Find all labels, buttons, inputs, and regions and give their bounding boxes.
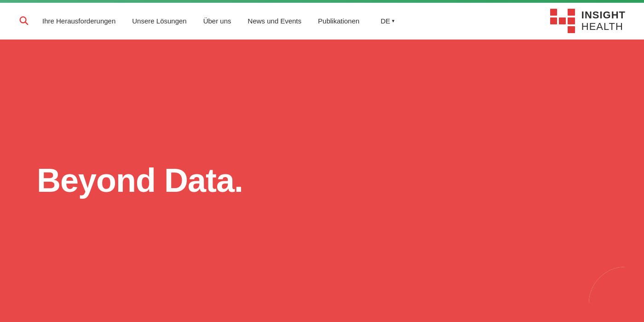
logo[interactable]: INSIGHT HEALTH [550, 9, 626, 34]
logo-cell [550, 17, 557, 24]
logo-cell-empty [559, 26, 566, 33]
search-icon[interactable] [18, 15, 29, 27]
hero-section: Beyond Data. [0, 40, 644, 322]
logo-cell [559, 17, 566, 24]
hero-corner-decoration [589, 267, 644, 322]
logo-text-health: HEALTH [581, 21, 626, 32]
logo-cell [550, 9, 557, 16]
nav-links: Ihre Herausforderungen Unsere Lösungen Ü… [42, 17, 550, 25]
navbar: Ihre Herausforderungen Unsere Lösungen Ü… [0, 3, 644, 40]
language-switcher[interactable]: DE ▾ [380, 17, 395, 25]
nav-link-ihre-herausforderungen[interactable]: Ihre Herausforderungen [42, 17, 115, 25]
logo-cell-empty [559, 9, 566, 16]
logo-cell [568, 9, 575, 16]
nav-link-ueber-uns[interactable]: Über uns [203, 17, 231, 25]
logo-text-insight: INSIGHT [581, 10, 626, 21]
logo-cell-empty [550, 26, 557, 33]
logo-cell [568, 26, 575, 33]
nav-link-news-und-events[interactable]: News und Events [248, 17, 302, 25]
nav-link-unsere-loesungen[interactable]: Unsere Lösungen [132, 17, 186, 25]
hero-background: Beyond Data. [0, 40, 644, 322]
chevron-down-icon: ▾ [392, 18, 395, 24]
logo-cell [568, 17, 575, 24]
svg-line-1 [25, 22, 28, 24]
nav-link-publikationen[interactable]: Publikationen [318, 17, 359, 25]
hero-title: Beyond Data. [37, 162, 243, 199]
logo-icon [550, 9, 575, 34]
logo-text: INSIGHT HEALTH [581, 10, 626, 32]
language-current: DE [380, 17, 390, 25]
